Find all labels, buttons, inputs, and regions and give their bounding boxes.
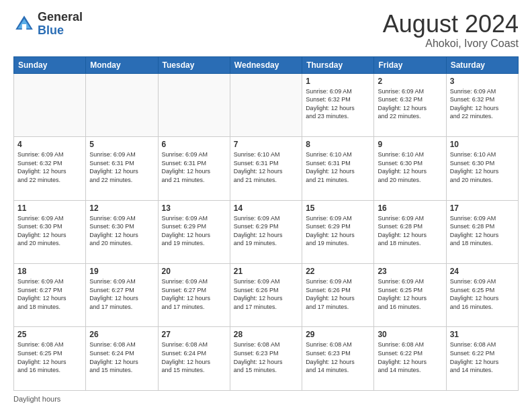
calendar-cell: 8Sunrise: 6:10 AM Sunset: 6:31 PM Daylig… <box>302 137 374 200</box>
calendar-cell: 23Sunrise: 6:09 AM Sunset: 6:25 PM Dayli… <box>374 264 446 327</box>
day-number: 20 <box>162 267 226 276</box>
logo-general: General <box>38 11 83 24</box>
calendar-day-header: Tuesday <box>158 56 230 73</box>
calendar-cell <box>14 73 86 136</box>
calendar-cell: 21Sunrise: 6:09 AM Sunset: 6:26 PM Dayli… <box>230 264 302 327</box>
day-info: Sunrise: 6:09 AM Sunset: 6:27 PM Dayligh… <box>89 277 154 311</box>
logo-blue: Blue <box>38 24 83 38</box>
day-number: 28 <box>234 330 298 339</box>
calendar-cell: 16Sunrise: 6:09 AM Sunset: 6:28 PM Dayli… <box>374 200 446 263</box>
day-number: 24 <box>450 267 515 276</box>
day-number: 8 <box>306 140 370 149</box>
calendar-cell <box>158 73 230 136</box>
calendar-cell: 13Sunrise: 6:09 AM Sunset: 6:29 PM Dayli… <box>158 200 230 263</box>
calendar-cell: 17Sunrise: 6:09 AM Sunset: 6:28 PM Dayli… <box>446 200 518 263</box>
day-info: Sunrise: 6:09 AM Sunset: 6:27 PM Dayligh… <box>162 277 226 311</box>
day-info: Sunrise: 6:09 AM Sunset: 6:27 PM Dayligh… <box>17 277 82 311</box>
day-info: Sunrise: 6:10 AM Sunset: 6:31 PM Dayligh… <box>306 150 370 184</box>
day-number: 17 <box>450 203 515 213</box>
day-number: 15 <box>306 203 370 213</box>
sub-title: Ahokoi, Ivory Coast <box>383 38 519 50</box>
calendar-cell: 19Sunrise: 6:09 AM Sunset: 6:27 PM Dayli… <box>86 264 158 327</box>
calendar-cell: 28Sunrise: 6:08 AM Sunset: 6:23 PM Dayli… <box>230 327 302 391</box>
day-info: Sunrise: 6:08 AM Sunset: 6:24 PM Dayligh… <box>89 340 154 374</box>
day-number: 18 <box>17 267 82 276</box>
calendar-cell: 30Sunrise: 6:08 AM Sunset: 6:22 PM Dayli… <box>374 327 446 391</box>
day-info: Sunrise: 6:09 AM Sunset: 6:30 PM Dayligh… <box>17 214 82 248</box>
day-number: 11 <box>17 203 82 213</box>
calendar-cell: 27Sunrise: 6:08 AM Sunset: 6:24 PM Dayli… <box>158 327 230 391</box>
calendar-cell <box>86 73 158 136</box>
calendar-week-row: 25Sunrise: 6:08 AM Sunset: 6:25 PM Dayli… <box>14 327 519 391</box>
day-info: Sunrise: 6:09 AM Sunset: 6:28 PM Dayligh… <box>450 214 515 248</box>
calendar-cell: 7Sunrise: 6:10 AM Sunset: 6:31 PM Daylig… <box>230 137 302 200</box>
calendar-header-row: SundayMondayTuesdayWednesdayThursdayFrid… <box>14 56 519 73</box>
day-info: Sunrise: 6:09 AM Sunset: 6:32 PM Dayligh… <box>306 87 370 121</box>
calendar-day-header: Friday <box>374 56 446 73</box>
day-info: Sunrise: 6:09 AM Sunset: 6:29 PM Dayligh… <box>162 214 226 248</box>
main-title: August 2024 <box>383 11 519 38</box>
day-number: 12 <box>89 203 154 213</box>
title-block: August 2024 Ahokoi, Ivory Coast <box>383 11 519 50</box>
day-info: Sunrise: 6:10 AM Sunset: 6:30 PM Dayligh… <box>378 150 442 184</box>
day-number: 2 <box>378 77 442 86</box>
logo-text: General Blue <box>38 11 83 38</box>
calendar-cell: 31Sunrise: 6:08 AM Sunset: 6:22 PM Dayli… <box>446 327 518 391</box>
day-info: Sunrise: 6:09 AM Sunset: 6:30 PM Dayligh… <box>89 214 154 248</box>
calendar-day-header: Wednesday <box>230 56 302 73</box>
day-info: Sunrise: 6:10 AM Sunset: 6:31 PM Dayligh… <box>234 150 298 184</box>
day-number: 5 <box>89 140 154 149</box>
day-info: Sunrise: 6:08 AM Sunset: 6:23 PM Dayligh… <box>234 340 298 374</box>
calendar-cell: 11Sunrise: 6:09 AM Sunset: 6:30 PM Dayli… <box>14 200 86 263</box>
footer: Daylight hours <box>13 395 519 403</box>
day-info: Sunrise: 6:10 AM Sunset: 6:30 PM Dayligh… <box>450 150 515 184</box>
page: General Blue August 2024 Ahokoi, Ivory C… <box>0 0 532 411</box>
calendar-cell <box>230 73 302 136</box>
day-number: 30 <box>378 330 442 339</box>
logo-icon <box>13 13 35 35</box>
day-number: 27 <box>162 330 226 339</box>
calendar-cell: 14Sunrise: 6:09 AM Sunset: 6:29 PM Dayli… <box>230 200 302 263</box>
day-number: 16 <box>378 203 442 213</box>
day-number: 4 <box>17 140 82 149</box>
calendar-cell: 12Sunrise: 6:09 AM Sunset: 6:30 PM Dayli… <box>86 200 158 263</box>
day-number: 14 <box>234 203 298 213</box>
calendar-cell: 6Sunrise: 6:09 AM Sunset: 6:31 PM Daylig… <box>158 137 230 200</box>
calendar-cell: 24Sunrise: 6:09 AM Sunset: 6:25 PM Dayli… <box>446 264 518 327</box>
day-info: Sunrise: 6:09 AM Sunset: 6:29 PM Dayligh… <box>306 214 370 248</box>
day-info: Sunrise: 6:09 AM Sunset: 6:29 PM Dayligh… <box>234 214 298 248</box>
day-number: 25 <box>17 330 82 339</box>
day-number: 26 <box>89 330 154 339</box>
day-info: Sunrise: 6:08 AM Sunset: 6:23 PM Dayligh… <box>306 340 370 374</box>
calendar-cell: 26Sunrise: 6:08 AM Sunset: 6:24 PM Dayli… <box>86 327 158 391</box>
calendar-day-header: Saturday <box>446 56 518 73</box>
calendar-day-header: Monday <box>86 56 158 73</box>
day-info: Sunrise: 6:09 AM Sunset: 6:32 PM Dayligh… <box>450 87 515 121</box>
day-number: 7 <box>234 140 298 149</box>
day-info: Sunrise: 6:09 AM Sunset: 6:25 PM Dayligh… <box>450 277 515 311</box>
day-number: 22 <box>306 267 370 276</box>
day-number: 6 <box>162 140 226 149</box>
daylight-hours-label: Daylight hours <box>13 395 60 403</box>
day-number: 10 <box>450 140 515 149</box>
day-info: Sunrise: 6:08 AM Sunset: 6:22 PM Dayligh… <box>450 340 515 374</box>
day-info: Sunrise: 6:09 AM Sunset: 6:32 PM Dayligh… <box>378 87 442 121</box>
day-number: 31 <box>450 330 515 339</box>
calendar-cell: 2Sunrise: 6:09 AM Sunset: 6:32 PM Daylig… <box>374 73 446 136</box>
day-number: 23 <box>378 267 442 276</box>
svg-rect-2 <box>22 24 26 30</box>
day-number: 9 <box>378 140 442 149</box>
calendar-table: SundayMondayTuesdayWednesdayThursdayFrid… <box>13 56 519 391</box>
day-info: Sunrise: 6:09 AM Sunset: 6:31 PM Dayligh… <box>162 150 226 184</box>
calendar-cell: 29Sunrise: 6:08 AM Sunset: 6:23 PM Dayli… <box>302 327 374 391</box>
calendar-day-header: Thursday <box>302 56 374 73</box>
day-info: Sunrise: 6:08 AM Sunset: 6:22 PM Dayligh… <box>378 340 442 374</box>
calendar-cell: 22Sunrise: 6:09 AM Sunset: 6:26 PM Dayli… <box>302 264 374 327</box>
day-info: Sunrise: 6:09 AM Sunset: 6:26 PM Dayligh… <box>234 277 298 311</box>
day-info: Sunrise: 6:08 AM Sunset: 6:24 PM Dayligh… <box>162 340 226 374</box>
calendar-cell: 15Sunrise: 6:09 AM Sunset: 6:29 PM Dayli… <box>302 200 374 263</box>
calendar-cell: 25Sunrise: 6:08 AM Sunset: 6:25 PM Dayli… <box>14 327 86 391</box>
day-number: 3 <box>450 77 515 86</box>
day-info: Sunrise: 6:09 AM Sunset: 6:26 PM Dayligh… <box>306 277 370 311</box>
calendar-cell: 20Sunrise: 6:09 AM Sunset: 6:27 PM Dayli… <box>158 264 230 327</box>
